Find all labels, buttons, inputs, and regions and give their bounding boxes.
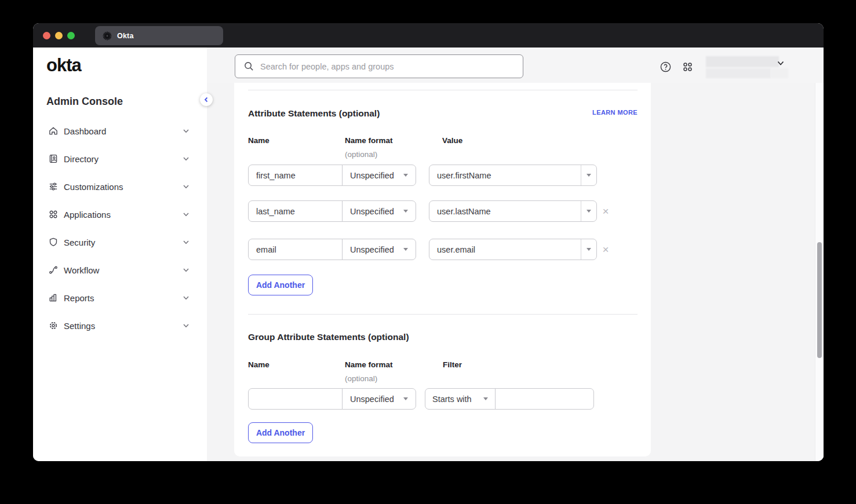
- minimize-window-button[interactable]: [55, 32, 63, 39]
- remove-row-button[interactable]: ×: [600, 244, 611, 255]
- user-account-redacted: [706, 68, 771, 78]
- column-header-name-format: Name format: [345, 360, 393, 369]
- dropdown-arrow-icon: [403, 397, 408, 400]
- combobox-arrow-button[interactable]: [581, 239, 596, 260]
- sidebar-item-dashboard[interactable]: Dashboard: [33, 117, 207, 145]
- user-account-redacted: [771, 68, 788, 78]
- attr-name-input[interactable]: [248, 200, 343, 222]
- app-switcher-icon[interactable]: [682, 61, 693, 72]
- sidebar-item-label: Workflow: [64, 265, 99, 275]
- column-header-name: Name: [248, 136, 269, 145]
- applications-icon: [48, 209, 59, 220]
- chevron-down-icon: [183, 127, 190, 134]
- dropdown-arrow-icon: [587, 248, 591, 251]
- group-attr-name-input[interactable]: [248, 388, 343, 410]
- chevron-down-icon: [183, 183, 190, 190]
- shield-icon: [48, 237, 59, 247]
- column-header-value: Value: [442, 136, 462, 145]
- dropdown-arrow-icon: [483, 397, 488, 400]
- divider: [248, 90, 638, 90]
- sidebar-item-label: Dashboard: [64, 126, 106, 136]
- chevron-down-icon: [183, 239, 190, 246]
- sidebar-item-label: Security: [64, 238, 95, 247]
- add-another-group-button[interactable]: Add Another: [248, 422, 313, 443]
- sidebar-item-label: Applications: [64, 210, 111, 220]
- directory-icon: [48, 154, 59, 164]
- sidebar-item-workflow[interactable]: Workflow: [33, 256, 207, 284]
- sidebar-item-directory[interactable]: Directory: [33, 145, 207, 173]
- sidebar-collapse-button[interactable]: [200, 93, 213, 106]
- column-note-optional: (optional): [345, 374, 377, 383]
- browser-tab[interactable]: Okta: [95, 26, 223, 45]
- attr-value-combobox[interactable]: user.firstName: [429, 165, 597, 186]
- attr-name-input[interactable]: [248, 165, 343, 186]
- column-header-name: Name: [248, 360, 269, 369]
- sidebar-item-security[interactable]: Security: [33, 228, 207, 256]
- sidebar-nav: DashboardDirectoryCustomizationsApplicat…: [33, 117, 207, 339]
- scrollbar-thumb[interactable]: [817, 242, 822, 358]
- select-value: Unspecified: [350, 395, 394, 404]
- add-another-button[interactable]: Add Another: [248, 275, 313, 295]
- workflow-icon: [48, 265, 59, 275]
- dropdown-arrow-icon: [587, 174, 591, 177]
- combobox-arrow-button[interactable]: [581, 165, 596, 185]
- attr-value-combobox[interactable]: user.email: [429, 239, 597, 260]
- home-icon: [48, 126, 59, 136]
- attr-name-format-select[interactable]: Unspecified: [342, 239, 416, 260]
- divider: [248, 314, 638, 315]
- okta-logo: okta: [46, 55, 81, 76]
- account-menu-chevron-icon[interactable]: [777, 59, 785, 67]
- group-filter-value-input[interactable]: [495, 388, 594, 410]
- close-window-button[interactable]: [43, 32, 50, 39]
- topbar: Search for people, apps and groups: [207, 48, 824, 83]
- search-input[interactable]: Search for people, apps and groups: [235, 54, 523, 78]
- reports-icon: [48, 293, 59, 303]
- content-area: Attribute Statements (optional) LEARN MO…: [207, 83, 824, 461]
- search-icon: [244, 61, 254, 71]
- dropdown-arrow-icon: [587, 210, 591, 213]
- combobox-value: user.email: [429, 245, 581, 254]
- combobox-arrow-button[interactable]: [581, 201, 596, 221]
- combobox-value: user.firstName: [429, 171, 581, 180]
- scrollbar-track[interactable]: [815, 83, 824, 461]
- group-attr-name-format-select[interactable]: Unspecified: [342, 388, 416, 410]
- sidebar-item-label: Settings: [64, 321, 95, 331]
- select-value: Starts with: [432, 395, 472, 404]
- help-icon[interactable]: [660, 61, 671, 72]
- dropdown-arrow-icon: [403, 210, 408, 213]
- form-card: Attribute Statements (optional) LEARN MO…: [234, 83, 651, 456]
- group-attribute-statements-title: Group Attribute Statements (optional): [248, 332, 409, 342]
- search-placeholder: Search for people, apps and groups: [260, 62, 394, 71]
- chevron-down-icon: [183, 266, 190, 273]
- chevron-down-icon: [183, 294, 190, 301]
- attr-value-combobox[interactable]: user.lastName: [429, 200, 597, 222]
- tab-title: Okta: [117, 32, 134, 40]
- sidebar-item-label: Customizations: [64, 182, 123, 192]
- attr-name-input[interactable]: [248, 239, 343, 260]
- gear-icon: [48, 320, 59, 331]
- sidebar-item-label: Reports: [64, 293, 94, 303]
- okta-favicon-icon: [103, 31, 112, 41]
- sidebar-item-settings[interactable]: Settings: [33, 312, 207, 339]
- combobox-value: user.lastName: [429, 207, 581, 216]
- sidebar-item-reports[interactable]: Reports: [33, 284, 207, 312]
- sidebar-item-label: Directory: [64, 154, 99, 164]
- column-note-optional: (optional): [345, 150, 377, 159]
- select-value: Unspecified: [350, 171, 394, 180]
- column-header-name-format: Name format: [345, 136, 393, 145]
- sidebar-item-applications[interactable]: Applications: [33, 200, 207, 228]
- attr-name-format-select[interactable]: Unspecified: [342, 165, 416, 186]
- main-area: Search for people, apps and groups: [207, 48, 824, 461]
- browser-window: Okta okta Admin Console DashboardDirecto…: [33, 23, 824, 461]
- learn-more-link[interactable]: LEARN MORE: [592, 109, 638, 116]
- group-filter-type-select[interactable]: Starts with: [425, 388, 496, 410]
- customizations-icon: [48, 181, 59, 192]
- remove-row-button[interactable]: ×: [600, 206, 611, 217]
- chevron-left-icon: [203, 97, 209, 103]
- admin-console-title: Admin Console: [46, 96, 123, 108]
- attribute-statements-title: Attribute Statements (optional): [248, 108, 380, 119]
- zoom-window-button[interactable]: [67, 32, 75, 39]
- attr-name-format-select[interactable]: Unspecified: [342, 200, 416, 222]
- select-value: Unspecified: [350, 245, 394, 254]
- sidebar-item-customizations[interactable]: Customizations: [33, 173, 207, 200]
